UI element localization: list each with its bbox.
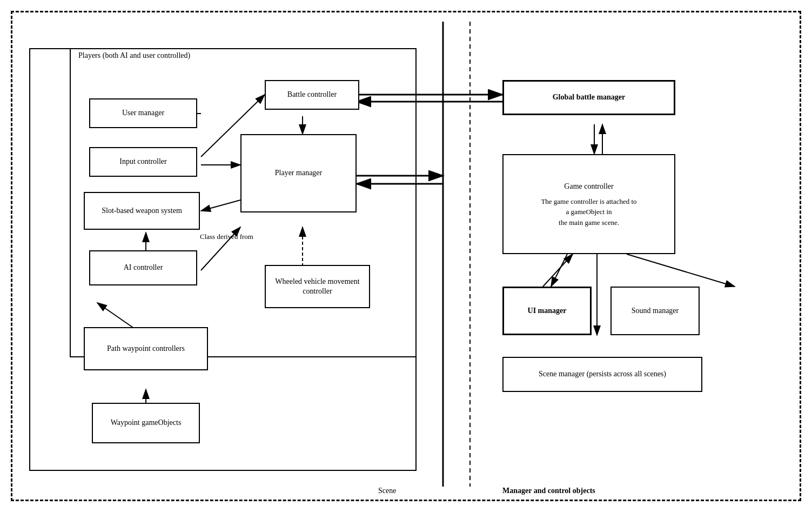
user-manager-box: User manager — [89, 98, 197, 128]
sound-manager-box: Sound manager — [610, 287, 700, 335]
diagram-container: Players (both AI and user controlled) Ba… — [0, 0, 812, 512]
manager-objects-label: Manager and control objects — [502, 487, 595, 495]
wheeled-vehicle-box: Wheeled vehicle movement controller — [265, 265, 370, 308]
battle-controller-box: Battle controller — [265, 80, 359, 110]
scene-manager-box: Scene manager (persists across all scene… — [502, 357, 702, 392]
player-manager-box: Player manager — [240, 134, 357, 212]
slot-weapon-box: Slot-based weapon system — [84, 192, 200, 230]
path-waypoint-box: Path waypoint controllers — [84, 327, 208, 370]
scene-label: Scene — [378, 487, 396, 495]
waypoint-gameobjects-box: Waypoint gameObjects — [92, 403, 200, 443]
players-label: Players (both AI and user controlled) — [78, 51, 190, 60]
ai-controller-box: AI controller — [89, 250, 197, 285]
game-controller-box: Game controller The game controller is a… — [502, 154, 675, 254]
input-controller-box: Input controller — [89, 147, 197, 177]
global-battle-manager-box: Global battle manager — [502, 80, 675, 115]
ui-manager-box: UI manager — [502, 287, 592, 335]
class-derived-label: Class derived from — [200, 232, 253, 241]
